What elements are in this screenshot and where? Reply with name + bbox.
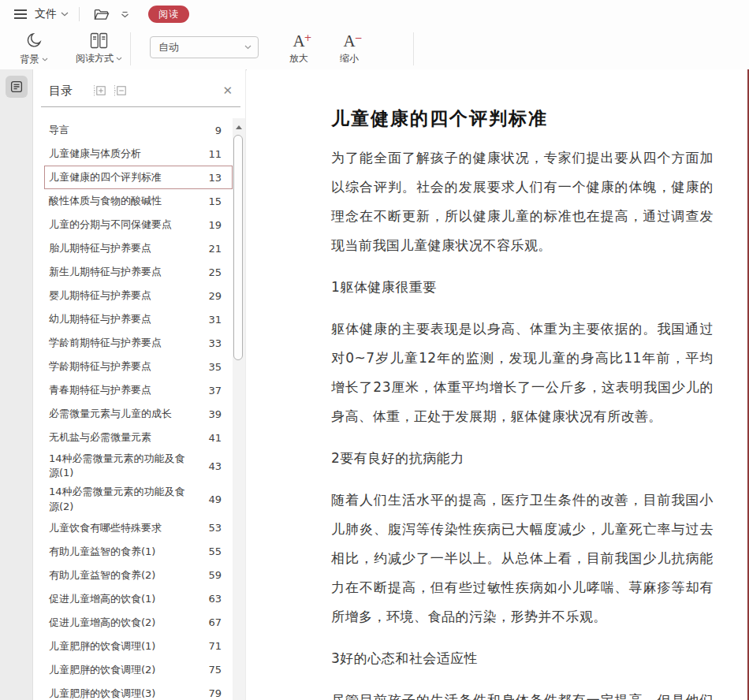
document-paragraph: 尽管目前孩子的生活条件和身体条件都有一定提高，但是他们的心理素质和社会适应性却普… [331,686,714,700]
toc-item[interactable]: 儿童饮食有哪些特殊要求53 [44,516,233,540]
toc-item[interactable]: 儿童健康的四个评判标准13 [44,166,233,189]
document-body: 为了能全面了解孩子的健康状况，专家们提出要从四个方面加以综合评判。社会的发展要求… [331,143,714,700]
toc-item-label: 酸性体质与食物的酸碱性 [49,192,189,210]
toc-item-page: 67 [208,616,229,628]
open-folder-button[interactable] [90,6,113,24]
toc-item[interactable]: 无机盐与必需微量元素41 [44,426,233,449]
open-folder-icon [93,8,110,21]
reading-mode-button[interactable]: 阅读方式 [74,31,124,67]
toc-item[interactable]: 学龄期特征与护养要点35 [44,355,233,378]
file-menu-button[interactable]: 文件 [35,7,69,21]
toc-item[interactable]: 儿童肥胖的饮食调理(1)71 [44,635,233,658]
toc-item-page: 53 [208,522,229,534]
toc-item[interactable]: 胎儿期特征与护养要点21 [44,236,233,260]
background-label: 背景 [20,53,39,66]
file-dropdown-button[interactable] [117,9,132,20]
toc-item-page: 31 [208,314,229,326]
expand-all-icon[interactable] [93,85,106,96]
document-paragraph: 3好的心态和社会适应性 [331,644,714,673]
document-paragraph: 为了能全面了解孩子的健康状况，专家们提出要从四个方面加以综合评判。社会的发展要求… [331,143,714,260]
scrollbar-thumb[interactable] [233,135,243,360]
toc-item-label: 婴儿期特征与护养要点 [49,287,189,304]
close-toc-icon[interactable]: ✕ [222,85,233,97]
toc-item[interactable]: 有助儿童益智的食养(1)55 [44,540,233,564]
toc-item[interactable]: 儿童健康与体质分析11 [44,142,233,166]
toc-item-page: 63 [208,593,229,605]
toc-item[interactable]: 14种必需微量元素的功能及食源(2)49 [44,482,233,516]
toc-item-page: 11 [208,148,229,160]
toc-item-label: 儿童健康与体质分析 [49,145,189,162]
toc-item[interactable]: 儿童肥胖的饮食调理(3)79 [44,682,233,700]
toc-item-label: 促进儿童增高的饮食(1) [49,590,189,608]
toc-item-label: 青春期特征与护养要点 [49,382,189,399]
reader-window: 文件 阅读 背景 [0,0,749,700]
file-menu-label: 文件 [35,7,57,21]
toc-item-page: 49 [208,493,229,505]
toc-item-page: 25 [208,266,229,278]
toc-item[interactable]: 导言9 [44,118,233,142]
toc-item[interactable]: 青春期特征与护养要点37 [44,378,233,402]
toc-item[interactable]: 酸性体质与食物的酸碱性15 [44,189,233,213]
toc-item-page: 9 [215,125,229,136]
toc-header: 目录 ✕ [33,77,245,104]
zoom-in-button[interactable]: A+ 放大 [276,32,322,67]
select-arrow-icon [244,45,252,50]
menu-icon[interactable] [14,9,27,19]
document-paragraph: 随着人们生活水平的提高，医疗卫生条件的改善，目前我国小儿肺炎、腹泻等传染性疾病已… [331,486,714,631]
toc-item[interactable]: 幼儿期特征与护养要点31 [44,307,233,331]
toc-item-page: 35 [208,361,229,373]
toc-item[interactable]: 儿童的分期与不同保健要点19 [44,213,233,236]
toc-item[interactable]: 学龄前期特征与护养要点33 [44,331,233,355]
scroll-up-arrow-icon[interactable] [236,125,242,129]
toc-item-page: 55 [208,545,229,557]
collapse-all-icon[interactable] [114,85,126,96]
read-mode-badge[interactable]: 阅读 [148,6,189,23]
toc-item-page: 43 [208,460,229,472]
toc-item-page: 15 [208,195,229,207]
app-header: 文件 阅读 背景 [0,0,749,70]
toc-item-label: 学龄前期特征与护养要点 [49,334,189,352]
toc-item-label: 新生儿期特征与护养要点 [49,263,189,281]
toc-item-label: 导言 [49,121,189,139]
toc-item-label: 胎儿期特征与护养要点 [49,240,189,257]
toc-toggle-button[interactable] [6,76,28,98]
toc-item[interactable]: 促进儿童增高的饮食(2)67 [44,611,233,635]
toc-item-page: 41 [208,432,229,444]
toc-item-label: 儿童的分期与不同保健要点 [49,216,189,233]
toc-item-page: 21 [208,243,229,255]
toc-item-label: 儿童肥胖的饮食调理(1) [49,638,189,655]
reading-mode-label: 阅读方式 [76,52,114,65]
toc-item-label: 无机盐与必需微量元素 [49,429,189,446]
toolbar-separator [130,32,131,65]
toc-item[interactable]: 有助儿童益智的食养(2)59 [44,564,233,587]
left-rail [0,69,33,700]
toc-item-page: 13 [208,172,229,184]
background-moon-icon [25,32,43,50]
toc-item-page: 37 [208,385,229,397]
toc-item-label: 儿童饮食有哪些特殊要求 [49,519,189,537]
toolbar-separator [413,32,414,65]
zoom-out-button[interactable]: A− 缩小 [326,32,372,67]
toc-list-icon [10,80,23,93]
zoom-in-label: 放大 [289,52,308,65]
toc-item-page: 39 [208,408,229,420]
toc-item[interactable]: 新生儿期特征与护养要点25 [44,260,233,284]
toc-item-label: 幼儿期特征与护养要点 [49,311,189,328]
toc-header-divider [41,106,240,107]
toc-item[interactable]: 必需微量元素与儿童的成长39 [44,402,233,426]
document-paragraph: 2要有良好的抗病能力 [331,444,714,473]
toc-item[interactable]: 儿童肥胖的饮食调理(2)75 [44,658,233,682]
zoom-mode-select[interactable]: 自动 [150,36,259,58]
toc-title: 目录 [49,84,73,99]
document-content: 儿童健康的四个评判标准 为了能全面了解孩子的健康状况，专家们提出要从四个方面加以… [247,69,747,700]
toc-item[interactable]: 14种必需微量元素的功能及食源(1)43 [44,449,233,482]
background-button[interactable]: 背景 [11,30,57,68]
toc-item[interactable]: 促进儿童增高的饮食(1)63 [44,587,233,611]
toc-item-label: 学龄期特征与护养要点 [49,358,189,375]
toc-item[interactable]: 婴儿期特征与护养要点29 [44,284,233,307]
toc-item-label: 促进儿童增高的饮食(2) [49,614,189,631]
toc-scrollbar[interactable] [233,118,245,700]
toc-item-label: 必需微量元素与儿童的成长 [49,405,189,423]
toc-item-label: 儿童肥胖的饮食调理(2) [49,661,189,679]
toc-item-label: 有助儿童益智的食养(2) [49,567,189,584]
